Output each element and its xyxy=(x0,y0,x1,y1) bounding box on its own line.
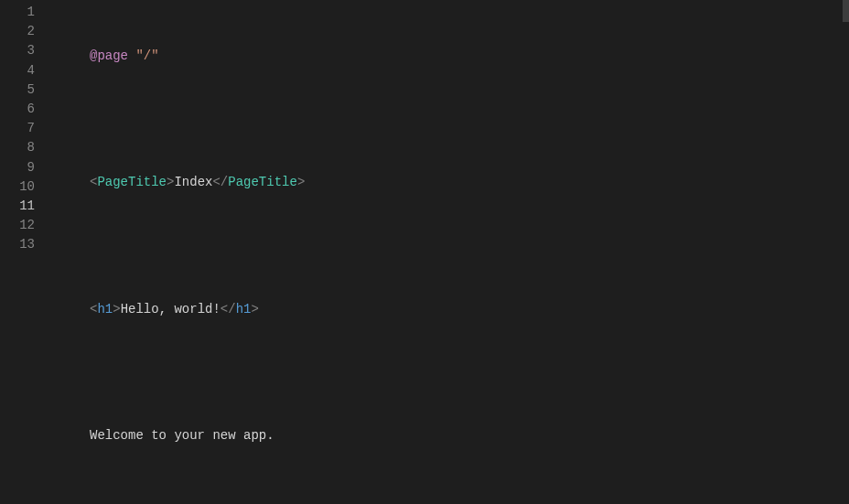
token-tag: h1 xyxy=(236,302,252,316)
token-component: PageTitle xyxy=(97,175,167,189)
code-line[interactable]: @page "/" xyxy=(59,47,849,66)
code-editor[interactable]: 1 2 3 4 5 6 7 8 9 10 11 12 13 @page "/" … xyxy=(0,0,849,504)
token-text: Hello, world! xyxy=(121,302,220,316)
line-number: 4 xyxy=(0,61,59,80)
line-number: 5 xyxy=(0,80,59,100)
code-line[interactable] xyxy=(59,363,849,382)
token-punct: > xyxy=(251,302,258,316)
line-number: 6 xyxy=(0,100,59,119)
vertical-scrollbar[interactable] xyxy=(836,0,849,504)
line-number: 9 xyxy=(0,158,59,177)
token-text: Welcome to your new app. xyxy=(90,428,274,443)
code-line[interactable]: <h1>Hello, world!</h1> xyxy=(59,300,849,319)
line-number: 10 xyxy=(0,177,59,197)
line-number-gutter: 1 2 3 4 5 6 7 8 9 10 11 12 13 xyxy=(0,0,59,504)
token-directive: @page xyxy=(90,48,128,63)
code-line[interactable] xyxy=(59,489,849,504)
line-number: 13 xyxy=(0,235,59,254)
code-line[interactable] xyxy=(59,110,849,129)
code-line[interactable]: Welcome to your new app. xyxy=(59,426,849,445)
token-punct: > xyxy=(297,175,305,189)
line-number: 8 xyxy=(0,138,59,157)
line-number: 2 xyxy=(0,22,59,41)
token-punct: </ xyxy=(220,302,236,316)
line-number: 7 xyxy=(0,119,59,138)
code-area[interactable]: @page "/" <PageTitle>Index</PageTitle> <… xyxy=(59,0,849,504)
line-number: 3 xyxy=(0,41,59,60)
line-number: 11 xyxy=(0,197,59,216)
token-punct: > xyxy=(113,302,120,316)
token-punct: </ xyxy=(212,175,228,189)
token-component: PageTitle xyxy=(228,175,297,189)
token-tag: h1 xyxy=(97,302,113,316)
scrollbar-overview-marker xyxy=(843,0,849,22)
token-text: Index xyxy=(174,175,212,189)
code-line[interactable] xyxy=(59,237,849,256)
line-number: 1 xyxy=(0,3,59,22)
code-line[interactable]: <PageTitle>Index</PageTitle> xyxy=(59,173,849,192)
token-string: "/" xyxy=(135,48,158,63)
line-number: 12 xyxy=(0,216,59,235)
